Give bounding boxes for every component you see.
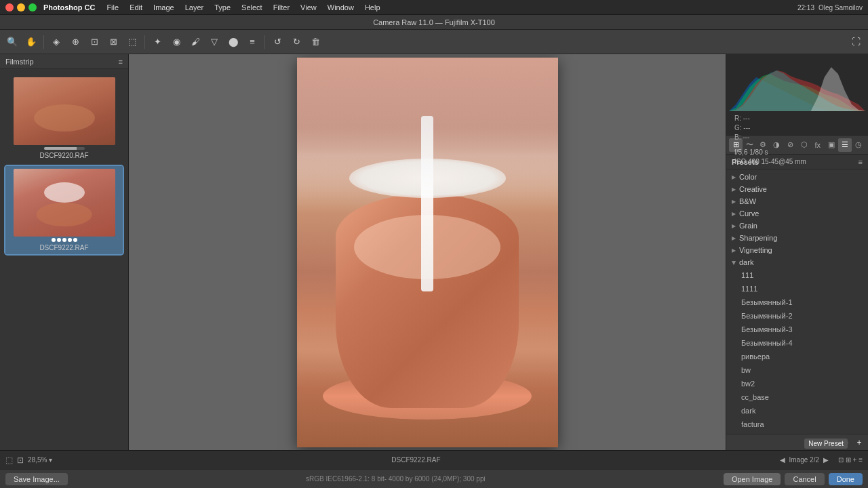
menu-image[interactable]: Image bbox=[149, 2, 179, 13]
cancel-button[interactable]: Cancel bbox=[785, 473, 824, 485]
new-preset-tooltip: New Preset bbox=[804, 439, 848, 449]
preset-category-grain[interactable]: ▶ Grain bbox=[726, 220, 868, 232]
save-image-button[interactable]: Save Image... bbox=[5, 473, 68, 485]
menu-bar: Photoshop CC File Edit Image Layer Type … bbox=[0, 0, 868, 15]
presets-section: Presets ≡ ▶ Color ▶ Creative ▶ B&W bbox=[726, 155, 868, 450]
film-thumb-1 bbox=[14, 77, 115, 145]
preset-category-dark[interactable]: ▶ dark bbox=[726, 256, 868, 268]
add-preset-btn[interactable]: + bbox=[853, 436, 865, 449]
preset-item-bw[interactable]: bw bbox=[726, 363, 868, 377]
canvas-area[interactable] bbox=[129, 54, 726, 450]
range-mask[interactable]: ⬤ bbox=[225, 34, 241, 50]
rotate-cw[interactable]: ↻ bbox=[288, 34, 304, 50]
status-icons: ⊡ ⊞ + ≡ bbox=[838, 456, 863, 464]
b-value: B: --- bbox=[734, 133, 860, 142]
preset-item-bezym2[interactable]: Безымянный-2 bbox=[726, 309, 868, 323]
status-view-icon[interactable]: ⬚ bbox=[5, 455, 13, 465]
histogram-section: R: --- G: --- B: --- f/5,6 1/80 s ISO 40… bbox=[726, 54, 868, 136]
color-sampler[interactable]: ⊕ bbox=[67, 34, 83, 50]
preset-category-vignetting[interactable]: ▶ Vignetting bbox=[726, 244, 868, 256]
preset-category-color[interactable]: ▶ Color bbox=[726, 171, 868, 183]
preset-item-dark[interactable]: dark bbox=[726, 404, 868, 418]
film-dot-5 bbox=[73, 238, 77, 242]
preset-category-bw[interactable]: ▶ B&W bbox=[726, 195, 868, 207]
photo-background bbox=[297, 58, 558, 447]
fullscreen-btn[interactable]: ⛶ bbox=[848, 34, 864, 50]
status-view-icon2[interactable]: ⊡ bbox=[17, 455, 24, 465]
list-tool[interactable]: ≡ bbox=[244, 34, 260, 50]
zoom-dropdown-icon[interactable]: ▾ bbox=[49, 456, 52, 464]
menu-filter[interactable]: Filter bbox=[269, 2, 294, 13]
menu-layer[interactable]: Layer bbox=[180, 2, 209, 13]
menu-help[interactable]: Help bbox=[360, 2, 385, 13]
r-value: R: --- bbox=[734, 114, 860, 123]
preset-category-dark-label: dark bbox=[739, 258, 753, 266]
preset-item-bezym3[interactable]: Безымянный-3 bbox=[726, 323, 868, 336]
nav-next[interactable]: ▶ bbox=[823, 456, 829, 464]
open-image-button[interactable]: Open Image bbox=[724, 473, 781, 485]
preset-item-cc-base[interactable]: cc_base bbox=[726, 390, 868, 404]
menu-view[interactable]: View bbox=[296, 2, 321, 13]
preset-item-1111[interactable]: 1111 bbox=[726, 282, 868, 296]
film-dots-2 bbox=[52, 238, 77, 242]
menu-select[interactable]: Select bbox=[237, 2, 267, 13]
filmstrip-item-2[interactable]: DSCF9222.RAF bbox=[5, 166, 123, 254]
spot-removal[interactable]: ✦ bbox=[149, 34, 165, 50]
preset-category-curve[interactable]: ▶ Curve bbox=[726, 207, 868, 220]
main-layout: Filmstrip ≡ DSCF9220.RAF bbox=[0, 54, 868, 450]
preset-item-111[interactable]: 111 bbox=[726, 268, 868, 282]
menu-window[interactable]: Window bbox=[323, 2, 359, 13]
menu-type[interactable]: Type bbox=[210, 2, 235, 13]
menu-edit[interactable]: Edit bbox=[125, 2, 147, 13]
g-value: G: --- bbox=[734, 123, 860, 133]
preset-category-curve-label: Curve bbox=[739, 209, 759, 218]
rotate-ccw[interactable]: ↺ bbox=[269, 34, 285, 50]
preset-category-sharpening[interactable]: ▶ Sharpening bbox=[726, 232, 868, 244]
preset-item-bezym1[interactable]: Безымянный-1 bbox=[726, 296, 868, 309]
done-button[interactable]: Done bbox=[829, 473, 863, 485]
status-bar: ⬚ ⊡ 28,5% ▾ DSCF9222.RAF ◀ Image 2/2 ▶ ⊡… bbox=[0, 450, 868, 469]
filmstrip: Filmstrip ≡ DSCF9220.RAF bbox=[0, 54, 129, 450]
gradient-tool[interactable]: ▽ bbox=[206, 34, 222, 50]
preset-item-riviera[interactable]: ривьера bbox=[726, 350, 868, 363]
menu-file[interactable]: File bbox=[102, 2, 123, 13]
app-name: Photoshop CC bbox=[43, 3, 95, 12]
action-bar: Save Image... sRGB IEC61966-2.1: 8 bit- … bbox=[0, 469, 868, 488]
nav-prev[interactable]: ◀ bbox=[780, 456, 785, 464]
preset-item-bw2[interactable]: bw2 bbox=[726, 377, 868, 390]
white-balance-tool[interactable]: ◈ bbox=[48, 34, 64, 50]
minimize-button[interactable] bbox=[17, 3, 25, 12]
preset-item-bezym4[interactable]: Безымянный-4 bbox=[726, 336, 868, 350]
menu-bar-time: 22:13 bbox=[797, 4, 814, 12]
image-count: Image 2/2 bbox=[789, 456, 819, 464]
film-rating-fill-1 bbox=[44, 147, 77, 150]
transform-tool[interactable]: ⬚ bbox=[124, 34, 140, 50]
camera-info: f/5,6 1/80 s ISO 400 15-45@45 mm bbox=[729, 145, 865, 169]
preset-category-creative[interactable]: ▶ Creative bbox=[726, 183, 868, 195]
film-label-2: DSCF9222.RAF bbox=[39, 244, 88, 251]
menu-bar-user: Oleg Samoilov bbox=[818, 4, 863, 12]
preset-item-factura[interactable]: factura bbox=[726, 418, 868, 431]
tool-separator-1 bbox=[43, 35, 44, 49]
preset-category-grain-label: Grain bbox=[739, 222, 757, 230]
filmstrip-content: DSCF9220.RAF DSCF9222.RAF bbox=[0, 69, 128, 450]
presets-list[interactable]: ▶ Color ▶ Creative ▶ B&W ▶ Curve bbox=[726, 169, 868, 434]
filmstrip-menu-icon[interactable]: ≡ bbox=[119, 58, 123, 66]
preset-category-bw-label: B&W bbox=[739, 197, 756, 205]
zoom-tool[interactable]: 🔍 bbox=[4, 34, 20, 50]
status-center: DSCF9222.RAF bbox=[58, 456, 774, 464]
straighten-tool[interactable]: ⊠ bbox=[105, 34, 121, 50]
filmstrip-item-1[interactable]: DSCF9220.RAF bbox=[5, 75, 123, 162]
color-info: R: --- G: --- B: --- bbox=[729, 111, 865, 145]
red-eye[interactable]: ◉ bbox=[168, 34, 184, 50]
maximize-button[interactable] bbox=[28, 3, 37, 12]
color-profile-info: sRGB IEC61966-2.1: 8 bit- 4000 by 6000 (… bbox=[306, 475, 486, 483]
arrow-icon-color: ▶ bbox=[732, 174, 736, 180]
delete-tool[interactable]: 🗑 bbox=[307, 34, 323, 50]
film-rating-bar-1 bbox=[44, 147, 85, 150]
brush-tool[interactable]: 🖌 bbox=[187, 34, 203, 50]
close-button[interactable] bbox=[5, 3, 14, 12]
film-dot-1 bbox=[52, 238, 56, 242]
crop-tool[interactable]: ⊡ bbox=[86, 34, 102, 50]
hand-tool[interactable]: ✋ bbox=[23, 34, 39, 50]
